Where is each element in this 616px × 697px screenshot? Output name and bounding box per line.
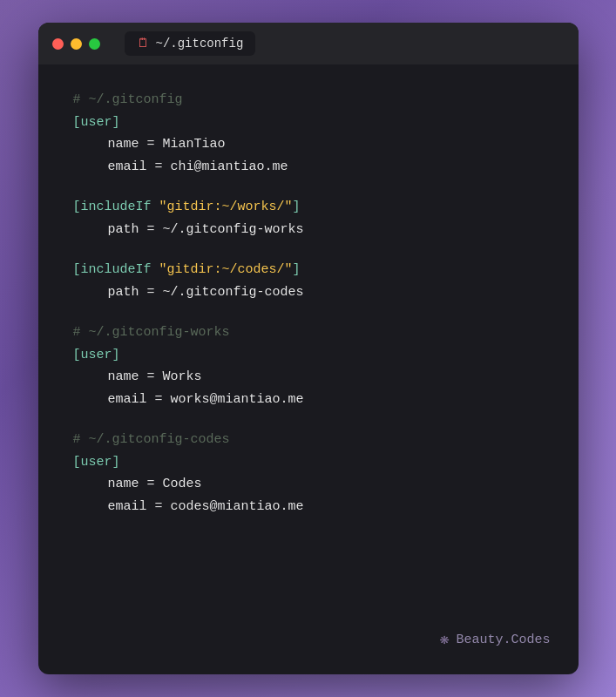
line-name-main: name = MianTiao bbox=[73, 133, 544, 156]
close-button[interactable] bbox=[52, 38, 64, 50]
line-name-codes: name = Codes bbox=[73, 473, 544, 496]
comment-gitconfig-codes: # ~/.gitconfig-codes bbox=[73, 429, 544, 451]
spacer-4 bbox=[73, 410, 544, 429]
active-tab[interactable]: 🗒 ~/.gitconfig bbox=[125, 31, 256, 56]
footer: ❋ Beauty.Codes bbox=[440, 626, 551, 653]
minimize-button[interactable] bbox=[71, 38, 82, 50]
spacer-1 bbox=[73, 178, 544, 196]
section-includif-codes: [includeIf "gitdir:~/codes/"] bbox=[73, 259, 544, 281]
tab-title: ~/.gitconfig bbox=[156, 37, 244, 51]
titlebar: 🗒 ~/.gitconfig bbox=[38, 23, 579, 64]
spacer-3 bbox=[73, 303, 544, 321]
maximize-button[interactable] bbox=[89, 38, 100, 50]
comment-gitconfig-works: # ~/.gitconfig-works bbox=[73, 321, 544, 344]
line-name-works: name = Works bbox=[73, 366, 544, 389]
section-user-codes: [user] bbox=[73, 451, 544, 474]
code-editor: # ~/.gitconfig [user] name = MianTiao em… bbox=[38, 64, 579, 674]
section-user-works: [user] bbox=[73, 344, 544, 367]
line-email-codes: email = codes@miantiao.me bbox=[73, 496, 544, 518]
tab-file-icon: 🗒 bbox=[137, 37, 149, 51]
comment-gitconfig: # ~/.gitconfig bbox=[73, 89, 544, 112]
line-path-codes: path = ~/.gitconfig-codes bbox=[73, 281, 544, 304]
spacer-2 bbox=[73, 240, 544, 259]
line-email-works: email = works@miantiao.me bbox=[73, 389, 544, 411]
section-user-1: [user] bbox=[73, 112, 544, 134]
section-includif-works: [includeIf "gitdir:~/works/"] bbox=[73, 196, 544, 219]
window: 🗒 ~/.gitconfig # ~/.gitconfig [user] nam… bbox=[38, 23, 579, 674]
brand-name: Beauty.Codes bbox=[456, 629, 550, 652]
line-path-works: path = ~/.gitconfig-works bbox=[73, 219, 544, 241]
line-email-main: email = chi@miantiao.me bbox=[73, 156, 544, 179]
traffic-lights bbox=[52, 38, 100, 50]
brand-logo-icon: ❋ bbox=[440, 626, 450, 653]
